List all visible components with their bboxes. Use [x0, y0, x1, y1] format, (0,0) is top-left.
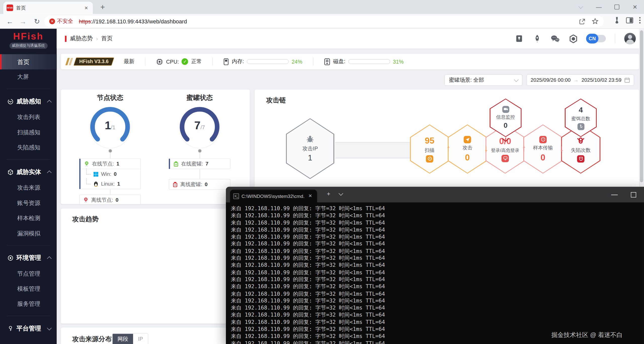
- sidebar-section-3[interactable]: 威胁感知: [0, 93, 57, 110]
- sidebar-item-10[interactable]: 账号资源: [0, 195, 57, 210]
- red-chevron-icon: [502, 138, 509, 142]
- sidebar-section-label: 威胁实体: [16, 168, 41, 176]
- info-monitor-hexagon[interactable]: 信息监控 0: [490, 99, 521, 137]
- terminal-dropdown-icon[interactable]: [335, 189, 347, 196]
- window-restore-button[interactable]: [608, 0, 626, 14]
- terminal-line: 来自 192.168.110.99 的回复: 字节=32 时间<1ms TTL=…: [231, 290, 641, 297]
- arrow-up-icon: ↑: [520, 143, 528, 154]
- flask-icon[interactable]: [614, 17, 620, 24]
- sidebar-section-14[interactable]: 环境管理: [0, 250, 57, 266]
- terminal-minimize-button[interactable]: —: [606, 187, 624, 202]
- sidebar-item-11[interactable]: 样本检测: [0, 211, 57, 226]
- tab-close-icon[interactable]: ✕: [83, 5, 90, 11]
- share-icon[interactable]: [579, 18, 586, 25]
- terminal-line: 来自 192.168.110.99 的回复: 字节=32 时间<1ms TTL=…: [231, 212, 641, 219]
- cpu-status: CPU: ✓ 正常: [156, 58, 202, 65]
- sidebar-item-0[interactable]: 首页: [0, 54, 57, 69]
- docs-icon[interactable]: [515, 34, 524, 43]
- side-panel-icon[interactable]: [626, 17, 633, 24]
- bookmark-star-icon[interactable]: [591, 18, 599, 25]
- user-avatar[interactable]: [624, 33, 636, 45]
- breadcrumb-page[interactable]: 首页: [101, 35, 113, 42]
- disk-icon: [324, 58, 330, 65]
- sidebar-divider: [7, 159, 50, 160]
- system-status-bar: HFish V3.3.6 最新 CPU: ✓ 正常 内存: 24%: [61, 54, 639, 69]
- rocket-icon[interactable]: [533, 34, 542, 43]
- node-status-title: 节点状态: [65, 94, 155, 102]
- browser-tab[interactable]: HFish 首页 ✕: [3, 2, 93, 14]
- sidebar-item-16[interactable]: 模板管理: [0, 281, 57, 296]
- not-secure-label: 不安全: [57, 18, 73, 25]
- sidebar-item-5[interactable]: 扫描感知: [0, 125, 57, 140]
- browser-tabstrip: HFish 首页 ✕ + — ✕: [0, 0, 644, 14]
- arrow-down-icon: ↓: [482, 143, 491, 154]
- date-range-picker[interactable]: 2025/09/26 00:00 → 2025/10/02 23:59: [527, 74, 634, 86]
- hacker-mask-icon: [577, 155, 584, 162]
- tab-title: 首页: [16, 4, 83, 11]
- platform-icon: [7, 325, 13, 331]
- terminal-line: 来自 192.168.110.99 的回复: 字节=32 时间<1ms TTL=…: [231, 226, 641, 233]
- node-online-box: 在线节点:1 Win:0 Linux:1: [79, 158, 141, 189]
- disk-status: 磁盘: 31%: [324, 58, 404, 65]
- sidebar-item-17[interactable]: 服务管理: [0, 296, 57, 312]
- scene-select[interactable]: 蜜罐场景: 全部: [445, 74, 522, 86]
- sidebar-item-6[interactable]: 失陷感知: [0, 140, 57, 155]
- sidebar-section-label: 环境管理: [16, 254, 41, 262]
- wechat-icon[interactable]: [551, 34, 560, 43]
- screen: HFish 首页 ✕ + — ✕ ← → ↻ ✕ 不安全 https://192…: [0, 0, 644, 344]
- sidebar-item-12[interactable]: 漏洞模拟: [0, 226, 57, 241]
- sidebar-section-19[interactable]: 平台管理: [0, 320, 57, 336]
- env-icon: [7, 255, 13, 261]
- terminal-line: 来自 192.168.110.99 的回复: 字节=32 时间<1ms TTL=…: [231, 262, 641, 269]
- forward-button[interactable]: →: [18, 17, 28, 27]
- window-minimize-button[interactable]: —: [590, 0, 608, 14]
- toggle-subnet-button[interactable]: 网段: [112, 334, 133, 344]
- tab-search-icon[interactable]: [572, 0, 590, 14]
- breadcrumb-accent: [65, 35, 67, 41]
- language-label: CN: [586, 34, 598, 44]
- memory-status: 内存: 24%: [224, 58, 302, 65]
- scrollbar-thumb[interactable]: [640, 30, 643, 182]
- bait-total-hexagon[interactable]: 4 蜜饵总数: [565, 99, 597, 137]
- page-url: https://192.168.110.99:4433/web/dashboar…: [79, 18, 187, 24]
- hook-icon: [577, 123, 584, 130]
- sample-hexagon[interactable]: 样本传输 0: [523, 124, 563, 174]
- camera-icon: [502, 106, 509, 113]
- address-bar[interactable]: ✕ 不安全 https://192.168.110.99:4433/web/da…: [44, 16, 604, 27]
- terminal-maximize-button[interactable]: [624, 187, 642, 202]
- arrow-down-icon: ↓: [558, 143, 566, 154]
- watermark: 掘金技术社区 @ 着迷不白: [551, 331, 623, 339]
- calendar-icon: [624, 77, 630, 83]
- back-button[interactable]: ←: [5, 17, 15, 27]
- browser-toolbar: ← → ↻ ✕ 不安全 https://192.168.110.99:4433/…: [0, 14, 644, 29]
- sidebar-section-label: 平台管理: [16, 325, 41, 332]
- sidebar-item-1[interactable]: 大屏: [0, 69, 57, 84]
- honeypot-status-title: 蜜罐状态: [154, 94, 245, 102]
- sidebar-item-9[interactable]: 攻击来源: [0, 180, 57, 195]
- terminal-tab[interactable]: >_ C:\WINDOWS\system32\cmd. ✕: [230, 190, 317, 202]
- attack-ip-hexagon[interactable]: 攻击IP 1: [286, 118, 334, 179]
- sidebar-item-4[interactable]: 攻击列表: [0, 110, 57, 125]
- new-tab-button[interactable]: +: [98, 3, 108, 13]
- breadcrumb-section[interactable]: 威胁态势: [70, 35, 93, 42]
- scan-hexagon[interactable]: 95 扫描: [410, 124, 449, 174]
- window-close-button[interactable]: ✕: [626, 0, 644, 14]
- terminal-output: 来自 192.168.110.99 的回复: 字节=32 时间<1ms TTL=…: [231, 205, 641, 344]
- attack-hexagon[interactable]: 攻击 0: [448, 124, 487, 174]
- toggle-ip-button[interactable]: IP: [133, 334, 148, 344]
- terminal-new-tab-button[interactable]: +: [323, 190, 334, 197]
- latest-label[interactable]: 最新: [124, 58, 134, 65]
- reload-button[interactable]: ↻: [32, 17, 42, 27]
- language-toggle[interactable]: CN: [587, 35, 606, 42]
- terminal-tab-close-icon[interactable]: ✕: [307, 193, 314, 199]
- menu-kebab-icon[interactable]: [639, 17, 641, 24]
- terminal-line: 来自 192.168.110.99 的回复: 字节=32 时间<1ms TTL=…: [231, 254, 641, 262]
- terminal-window[interactable]: >_ C:\WINDOWS\system32\cmd. ✕ + — 来自 192…: [226, 187, 644, 344]
- sidebar-item-15[interactable]: 节点管理: [0, 266, 57, 281]
- honeypot-gauge: 7/7: [177, 106, 223, 148]
- node-offline-box: 离线节点:0: [79, 195, 141, 204]
- security-badge[interactable]: ✕ 不安全: [49, 18, 73, 25]
- sample-shield-icon: [539, 136, 547, 143]
- sidebar-section-8[interactable]: 威胁实体: [0, 164, 57, 180]
- hexagon-shield-icon[interactable]: [569, 34, 578, 43]
